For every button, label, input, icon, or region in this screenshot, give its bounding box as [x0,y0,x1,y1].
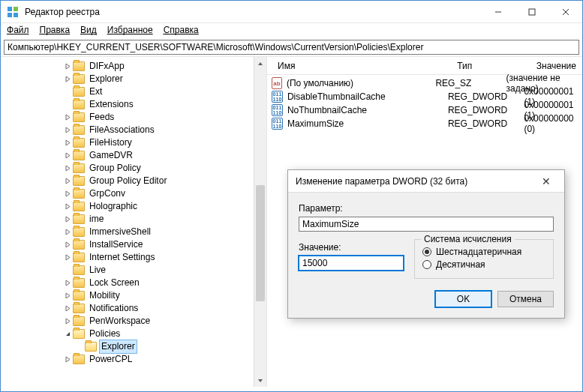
tree-item-live[interactable]: Live [1,264,266,277]
close-button[interactable] [548,1,582,22]
folder-icon [73,316,85,326]
menu-view[interactable]: Вид [80,25,97,35]
tree-item-installservice[interactable]: InstallService [1,238,266,251]
tree-item-immersiveshell[interactable]: ImmersiveShell [1,226,266,238]
chevron-right-icon[interactable] [62,229,73,235]
tree-item-penworkspace[interactable]: PenWorkspace [1,315,266,328]
chevron-right-icon[interactable] [62,190,73,197]
tree-item-explorer[interactable]: Explorer [1,73,266,85]
menu-help[interactable]: Справка [164,25,199,35]
tree-item-holographic[interactable]: Holographic [1,200,266,213]
menu-favorites[interactable]: Избранное [107,25,153,35]
title-bar[interactable]: Редактор реестра [1,1,582,23]
cancel-button[interactable]: Отмена [497,291,554,307]
tree-scrollbar[interactable] [254,57,266,387]
col-header-value[interactable]: Значение [530,58,582,74]
chevron-right-icon[interactable] [62,165,73,172]
dword-value-icon: 011 110 [272,91,283,103]
folder-icon [73,329,85,339]
tree-item-ext[interactable]: Ext [1,85,266,98]
tree-item-policies[interactable]: Policies [1,328,266,340]
menu-edit[interactable]: Правка [40,25,71,35]
chevron-right-icon[interactable] [62,292,73,299]
tree-item-difxapp[interactable]: DIFxApp [1,60,266,73]
folder-icon [73,189,85,199]
chevron-right-icon[interactable] [62,216,73,223]
address-bar[interactable]: Компьютер\HKEY_CURRENT_USER\SOFTWARE\Mic… [4,40,579,55]
value-type: REG_DWORD [448,91,524,102]
tree-item-lock-screen[interactable]: Lock Screen [1,277,266,289]
chevron-right-icon[interactable] [62,114,73,121]
tree-item-grpconv[interactable]: GrpConv [1,187,266,200]
tree-item-filehistory[interactable]: FileHistory [1,136,266,149]
folder-icon [73,253,85,262]
chevron-right-icon[interactable] [62,139,73,146]
scroll-thumb[interactable] [256,185,265,301]
radio-hex[interactable]: Шестнадцатеричная [422,247,545,257]
scroll-up-arrow[interactable] [254,57,266,70]
chevron-right-icon[interactable] [62,254,73,261]
chevron-right-icon[interactable] [62,152,73,159]
tree-item-ime[interactable]: ime [1,213,266,226]
folder-icon [73,265,85,275]
dialog-title: Изменение параметра DWORD (32 бита) [296,176,536,187]
menu-file[interactable]: Файл [7,25,29,35]
folder-icon [73,61,85,71]
tree-item-notifications[interactable]: Notifications [1,302,266,315]
tree-item-label: Lock Screen [88,277,141,289]
app-icon [7,6,19,18]
dialog-title-bar[interactable]: Изменение параметра DWORD (32 бита) ✕ [288,170,564,193]
tree-item-fileassociations[interactable]: FileAssociations [1,124,266,136]
col-header-name[interactable]: Имя [272,58,451,74]
folder-icon [73,355,85,364]
dialog-close-button[interactable]: ✕ [536,175,557,187]
chevron-down-icon[interactable] [62,331,73,337]
value-type: REG_DWORD [448,118,524,129]
svg-rect-3 [14,13,18,17]
chevron-right-icon[interactable] [62,63,73,70]
folder-icon [73,240,85,250]
tree-item-extensions[interactable]: Extensions [1,98,266,111]
tree-item-feeds[interactable]: Feeds [1,111,266,124]
folder-icon [73,227,85,237]
svg-rect-1 [14,7,18,11]
value-input[interactable] [299,256,404,271]
chevron-right-icon[interactable] [62,203,73,210]
tree-item-label: Mobility [88,289,122,302]
radio-hex-icon [422,247,431,256]
chevron-right-icon[interactable] [62,76,73,82]
tree-item-explorer[interactable]: Explorer [1,340,266,353]
tree-item-label: Explorer [100,340,137,353]
chevron-right-icon[interactable] [62,280,73,286]
radio-dec[interactable]: Десятичная [422,259,545,270]
folder-icon [85,342,97,352]
base-legend: Система исчисления [421,234,515,244]
chevron-right-icon[interactable] [62,356,73,363]
dword-value-icon: 011 110 [272,118,283,130]
scroll-down-arrow[interactable] [254,374,266,387]
maximize-button[interactable] [515,1,548,22]
tree-item-powercpl[interactable]: PowerCPL [1,353,266,366]
param-name-input[interactable] [299,217,554,232]
folder-icon [73,278,85,288]
chevron-right-icon[interactable] [62,178,73,184]
chevron-right-icon[interactable] [62,318,73,325]
tree-item-group-policy[interactable]: Group Policy [1,162,266,175]
tree-item-label: ime [88,213,105,226]
col-header-type[interactable]: Тип [451,58,530,74]
tree-item-label: InstallService [88,238,144,251]
ok-button[interactable]: OK [435,291,491,307]
menu-bar: Файл Правка Вид Избранное Справка [1,23,582,38]
svg-rect-2 [8,13,12,17]
tree-item-mobility[interactable]: Mobility [1,289,266,302]
chevron-right-icon[interactable] [62,305,73,312]
folder-icon [73,163,85,173]
chevron-right-icon[interactable] [62,241,73,248]
chevron-right-icon[interactable] [62,127,73,133]
tree-item-internet-settings[interactable]: Internet Settings [1,251,266,264]
value-row[interactable]: 011 110MaximumSizeREG_DWORD0x00000000 (0… [267,117,582,130]
folder-icon [73,74,85,84]
tree-item-gamedvr[interactable]: GameDVR [1,149,266,162]
minimize-button[interactable] [481,1,515,22]
tree-item-group-policy-editor[interactable]: Group Policy Editor [1,175,266,187]
